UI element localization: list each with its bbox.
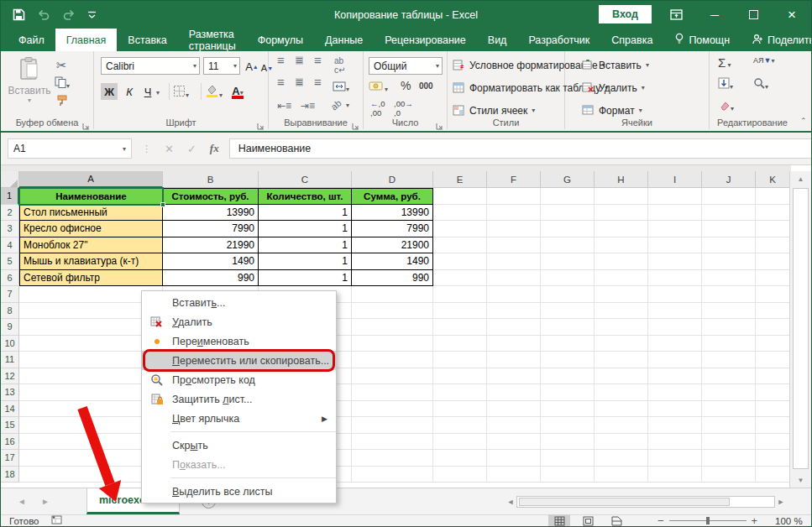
cell-J10[interactable] — [702, 336, 756, 352]
insert-cells-button[interactable]: Вставить▾ — [582, 56, 649, 74]
alignment-dialog-launcher[interactable] — [352, 118, 360, 127]
column-header-E[interactable]: E — [433, 171, 487, 188]
orientation-caret-icon[interactable]: ▾ — [346, 102, 349, 109]
cell-K7[interactable] — [756, 286, 790, 303]
cell-I18[interactable] — [648, 467, 702, 483]
fill-icon[interactable]: ▾ — [718, 77, 733, 92]
ribbon-tab-справка[interactable]: Справка — [600, 29, 663, 51]
cell-K8[interactable] — [756, 303, 790, 320]
column-header-J[interactable]: J — [702, 171, 756, 188]
cell-D9[interactable] — [352, 319, 433, 336]
cell-G10[interactable] — [541, 336, 595, 352]
horizontal-scrollbar[interactable]: ◄ ► — [505, 495, 787, 509]
cell-B2[interactable]: 13990 — [163, 205, 259, 222]
cell-G12[interactable] — [541, 368, 595, 385]
cell-H5[interactable] — [595, 253, 648, 270]
cell-H18[interactable] — [595, 467, 648, 483]
cell-I8[interactable] — [648, 303, 702, 320]
row-header-8[interactable]: 8 — [1, 303, 19, 320]
comma-style-icon[interactable]: 000 — [419, 81, 433, 91]
cell-J15[interactable] — [702, 417, 756, 434]
row-header-3[interactable]: 3 — [1, 221, 19, 237]
cell-C3[interactable]: 1 — [259, 221, 352, 237]
cell-D16[interactable] — [352, 434, 433, 451]
page-layout-view-icon[interactable] — [577, 514, 599, 527]
cell-K10[interactable] — [756, 336, 790, 352]
cell-H1[interactable] — [595, 188, 648, 205]
menu-item-10[interactable]: Выделить все листы — [142, 482, 336, 501]
zoom-slider-thumb[interactable] — [706, 517, 710, 524]
cell-J2[interactable] — [702, 205, 756, 222]
ribbon-tab-главная[interactable]: Главная — [55, 29, 118, 51]
cell-F3[interactable] — [487, 221, 541, 237]
vertical-scrollbar[interactable]: ▲ ▼ — [789, 171, 811, 488]
cell-A6[interactable]: Сетевой фильтр — [19, 270, 163, 287]
cell-E4[interactable] — [433, 237, 487, 254]
cell-D3[interactable]: 7990 — [352, 221, 433, 237]
cell-J18[interactable] — [702, 467, 756, 483]
cell-I2[interactable] — [648, 205, 702, 222]
redo-icon[interactable] — [62, 9, 76, 20]
zoom-slider[interactable] — [669, 520, 747, 521]
cell-E13[interactable] — [433, 384, 487, 401]
underline-button[interactable]: Ч — [139, 83, 156, 100]
customize-qat-icon[interactable] — [87, 10, 97, 19]
cell-K2[interactable] — [756, 205, 790, 222]
font-family-combo[interactable]: Calibri▾ — [101, 57, 200, 75]
cell-E7[interactable] — [433, 286, 487, 303]
percent-style-icon[interactable]: % — [401, 79, 411, 92]
macro-record-icon[interactable] — [51, 515, 62, 526]
row-header-17[interactable]: 17 — [1, 450, 19, 467]
cell-H7[interactable] — [595, 286, 648, 303]
sort-filter-icon[interactable]: АЯ▼▾ — [753, 57, 774, 65]
cell-F7[interactable] — [487, 286, 541, 303]
ribbon-tab-разметка-страницы[interactable]: Разметка страницы — [178, 29, 247, 51]
ribbon-tab-поделиться[interactable]: Поделиться — [741, 29, 812, 51]
cell-G18[interactable] — [541, 467, 595, 483]
sheet-prev-icon[interactable]: ◄ — [18, 497, 26, 506]
column-header-H[interactable]: H — [595, 171, 648, 188]
cell-D13[interactable] — [352, 384, 433, 401]
column-header-F[interactable]: F — [487, 171, 541, 188]
close-button[interactable]: × — [773, 1, 811, 29]
row-header-4[interactable]: 4 — [1, 237, 19, 254]
cell-J17[interactable] — [702, 450, 756, 467]
clipboard-dialog-launcher[interactable] — [82, 118, 91, 127]
cell-I17[interactable] — [648, 450, 702, 467]
cell-J13[interactable] — [702, 384, 756, 401]
increase-decimal-icon[interactable]: ←,0,00 — [370, 99, 385, 117]
cell-A5[interactable]: Мышь и клавиатура (к-т) — [19, 253, 163, 270]
cell-E5[interactable] — [433, 253, 487, 270]
minimize-button[interactable]: ─ — [695, 1, 734, 29]
collapse-ribbon-icon[interactable]: ⌃ — [800, 117, 807, 125]
cell-H12[interactable] — [595, 368, 648, 385]
ribbon-tab-формулы[interactable]: Формулы — [247, 29, 314, 51]
cell-D11[interactable] — [352, 352, 433, 368]
column-header-K[interactable]: K — [756, 171, 790, 188]
font-color-icon[interactable]: А▾ — [232, 83, 244, 99]
select-all-corner[interactable] — [1, 171, 19, 188]
cell-E6[interactable] — [433, 270, 487, 287]
cell-J11[interactable] — [702, 352, 756, 368]
cell-G4[interactable] — [541, 237, 595, 254]
cell-F8[interactable] — [487, 303, 541, 320]
row-header-10[interactable]: 10 — [1, 336, 19, 352]
cell-G15[interactable] — [541, 417, 595, 434]
zoom-in-icon[interactable]: + — [752, 514, 758, 527]
cell-H9[interactable] — [595, 319, 648, 336]
underline-caret-icon[interactable]: ▾ — [156, 89, 160, 97]
autosum-icon[interactable]: Σ ▾ — [718, 55, 731, 70]
cell-D12[interactable] — [352, 368, 433, 385]
merge-center-icon[interactable]: ▾ — [333, 80, 349, 95]
cell-K15[interactable] — [756, 417, 790, 434]
cell-G16[interactable] — [541, 434, 595, 451]
cell-D7[interactable] — [352, 286, 433, 303]
ribbon-tab-рецензирование[interactable]: Рецензирование — [374, 29, 477, 51]
undo-icon[interactable] — [37, 9, 50, 20]
cell-D8[interactable] — [352, 303, 433, 320]
cell-I12[interactable] — [648, 368, 702, 385]
cell-F12[interactable] — [487, 368, 541, 385]
cell-H8[interactable] — [595, 303, 648, 320]
row-header-11[interactable]: 11 — [1, 352, 19, 368]
cell-E10[interactable] — [433, 336, 487, 352]
